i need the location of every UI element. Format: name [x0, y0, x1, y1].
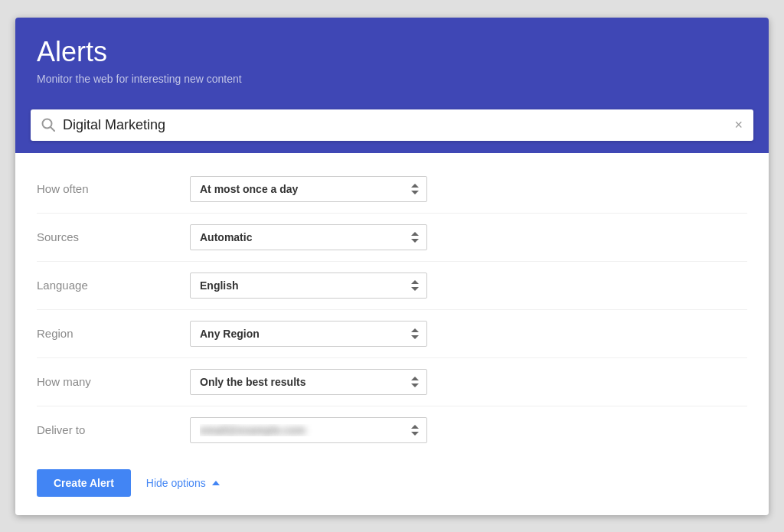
search-bar: × — [31, 109, 753, 141]
clear-search-button[interactable]: × — [734, 117, 743, 133]
select-region[interactable]: Any Region United States United Kingdom … — [190, 321, 427, 347]
footer-row: Create Alert Hide options — [15, 454, 769, 497]
create-alert-button[interactable]: Create Alert — [37, 469, 131, 497]
label-how-many: How many — [37, 375, 190, 388]
arrow-up-icon — [212, 481, 220, 485]
option-row-how-many: How many Only the best results All resul… — [37, 358, 747, 406]
label-language: Language — [37, 279, 190, 292]
search-input[interactable] — [63, 117, 734, 133]
search-icon — [41, 118, 55, 132]
select-deliver-to[interactable]: email@example.com — [190, 417, 427, 443]
header-subtitle: Monitor the web for interesting new cont… — [37, 73, 747, 85]
option-row-how-often: How often As-it-happens At most once a d… — [37, 165, 747, 214]
option-row-deliver-to: Deliver to email@example.com — [37, 406, 747, 454]
select-sources[interactable]: Automatic News Blogs Web Video Books Dis… — [190, 224, 427, 250]
label-sources: Sources — [37, 230, 190, 243]
select-how-often[interactable]: As-it-happens At most once a day At most… — [190, 176, 427, 202]
app-container: Alerts Monitor the web for interesting n… — [15, 18, 769, 515]
hide-options-label: Hide options — [146, 477, 206, 489]
option-row-region: Region Any Region United States United K… — [37, 310, 747, 358]
page-title: Alerts — [37, 36, 747, 68]
header: Alerts Monitor the web for interesting n… — [15, 18, 769, 100]
option-row-language: Language Any Language English French Ger… — [37, 262, 747, 310]
hide-options-link[interactable]: Hide options — [146, 477, 220, 489]
select-language[interactable]: Any Language English French German Spani… — [190, 273, 427, 299]
label-how-often: How often — [37, 182, 190, 195]
label-region: Region — [37, 327, 190, 340]
main-content: How often As-it-happens At most once a d… — [15, 153, 769, 515]
option-row-sources: Sources Automatic News Blogs Web Video B… — [37, 214, 747, 262]
svg-line-1 — [51, 127, 54, 131]
options-section: How often As-it-happens At most once a d… — [15, 165, 769, 454]
select-how-many[interactable]: Only the best results All results — [190, 369, 427, 395]
label-deliver-to: Deliver to — [37, 423, 190, 436]
search-bar-wrapper: × — [15, 100, 769, 153]
